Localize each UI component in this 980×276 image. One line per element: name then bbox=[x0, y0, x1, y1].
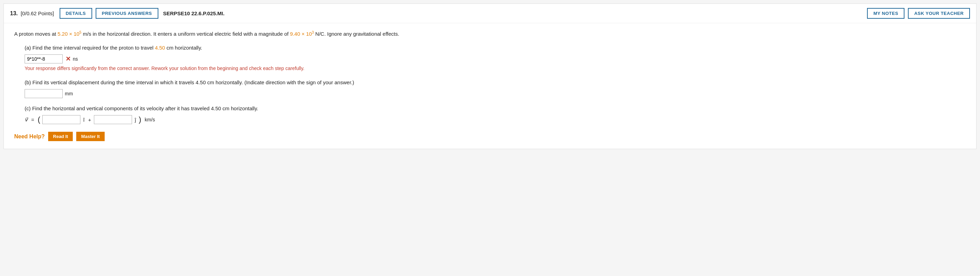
part-c-label: (c) Find the horizontal and vertical com… bbox=[25, 104, 966, 113]
ask-teacher-button[interactable]: ASK YOUR TEACHER bbox=[908, 8, 970, 19]
plus-symbol: + bbox=[88, 117, 91, 123]
read-it-button[interactable]: Read It bbox=[48, 132, 73, 141]
vec-v-symbol: v⃗ bbox=[25, 116, 28, 123]
statement-mid2: N/C. Ignore any gravitational effects. bbox=[314, 31, 399, 37]
part-a-label-pre: (a) Find the time interval required for … bbox=[25, 45, 155, 51]
part-a-label: (a) Find the time interval required for … bbox=[25, 44, 966, 52]
error-text-a: Your response differs significantly from… bbox=[25, 65, 305, 71]
need-help-label: Need Help? bbox=[14, 134, 45, 140]
previous-answers-button[interactable]: PREVIOUS ANSWERS bbox=[95, 8, 158, 19]
header-bar: 13. [0/0.62 Points] DETAILS PREVIOUS ANS… bbox=[4, 4, 976, 23]
close-paren: ) bbox=[138, 116, 141, 123]
part-c-input-j[interactable] bbox=[94, 115, 132, 124]
part-b-input-row: mm bbox=[25, 89, 966, 98]
part-b-unit: mm bbox=[65, 91, 73, 96]
details-button[interactable]: DETAILS bbox=[60, 8, 92, 19]
part-c-unit: km/s bbox=[145, 117, 155, 123]
points-label: [0/0.62 Points] bbox=[21, 10, 54, 16]
content-area: A proton moves at 5.20 × 105 m/s in the … bbox=[4, 23, 976, 149]
my-notes-button[interactable]: MY NOTES bbox=[867, 8, 904, 19]
i-hat: î bbox=[83, 117, 84, 123]
part-c-input-i[interactable] bbox=[42, 115, 80, 124]
part-a: (a) Find the time interval required for … bbox=[25, 44, 966, 72]
field-exp-text: × 103 bbox=[300, 31, 314, 37]
equals-symbol: = bbox=[31, 117, 34, 123]
open-paren: ( bbox=[38, 116, 40, 123]
error-icon-a: ✕ bbox=[65, 55, 71, 63]
field-value: 9.40 bbox=[290, 31, 300, 37]
question-number: 13. [0/0.62 Points] bbox=[10, 10, 54, 17]
statement-pre: A proton moves at bbox=[14, 31, 57, 37]
part-b: (b) Find its vertical displacement durin… bbox=[25, 78, 966, 98]
part-c: (c) Find the horizontal and vertical com… bbox=[25, 104, 966, 124]
error-message-a: Your response differs significantly from… bbox=[25, 65, 966, 72]
times-symbol: × 105 bbox=[68, 31, 81, 37]
statement-mid1: m/s in the horizontal direction. It ente… bbox=[81, 31, 290, 37]
part-b-input[interactable] bbox=[25, 89, 63, 98]
speed-value: 5.20 bbox=[57, 31, 68, 37]
problem-id: SERPSE10 22.6.P.025.MI. bbox=[163, 10, 224, 16]
part-a-label-end: cm horizontally. bbox=[165, 45, 202, 51]
part-a-distance: 4.50 bbox=[155, 45, 165, 51]
part-a-input[interactable] bbox=[25, 54, 63, 64]
question-container: 13. [0/0.62 Points] DETAILS PREVIOUS ANS… bbox=[3, 3, 977, 149]
need-help-row: Need Help? Read It Master It bbox=[14, 132, 966, 141]
master-it-button[interactable]: Master It bbox=[76, 132, 104, 141]
problem-statement: A proton moves at 5.20 × 105 m/s in the … bbox=[14, 29, 966, 38]
j-hat: ĵ bbox=[135, 117, 136, 123]
part-a-input-row: ✕ ns bbox=[25, 54, 966, 64]
question-num-text: 13. bbox=[10, 10, 18, 16]
part-c-vector-row: v⃗ = ( î + ĵ ) km/s bbox=[25, 115, 966, 124]
part-a-unit: ns bbox=[73, 56, 78, 62]
part-b-label: (b) Find its vertical displacement durin… bbox=[25, 78, 966, 87]
